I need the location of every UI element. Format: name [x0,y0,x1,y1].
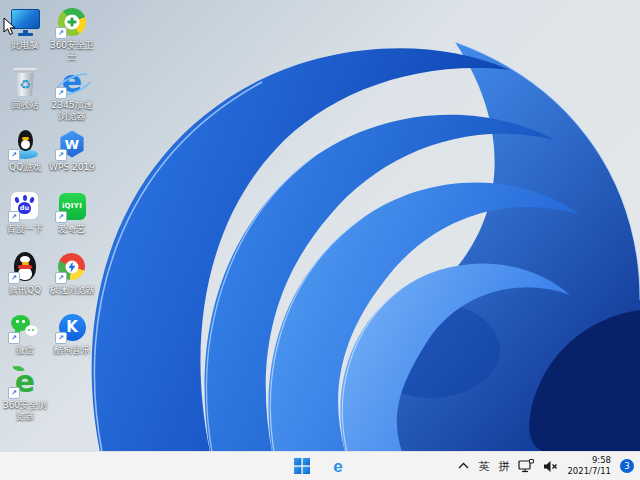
desktop-icon-label: QQ游戏 [9,162,41,173]
desktop-icon-kugou-music[interactable]: K↗ 酷狗音乐 [49,311,95,356]
iqiyi-icon: iQIYI↗ [56,190,88,222]
shortcut-arrow-icon: ↗ [8,149,20,161]
shortcut-arrow-icon: ↗ [8,211,20,223]
desktop-icon-label: 2345加速浏览器 [49,100,95,122]
windows-logo-icon [294,458,310,474]
volume-muted-icon[interactable] [543,460,558,473]
kugou-music-icon: K↗ [56,311,88,343]
recycle-icon: ♻ [19,78,31,91]
desktop-icon-label: WPS 2019 [49,162,95,173]
ime-pinyin-indicator[interactable]: 拼 [498,459,509,474]
desktop-icon-speed-browser[interactable]: ↗ 极速浏览器 [49,251,95,296]
360-safety-guard-icon: ↗ [56,6,88,38]
wps-icon: W↗ [56,128,88,160]
360-safe-browser-icon: e↗ [9,366,41,398]
shortcut-arrow-icon: ↗ [55,272,67,284]
tencent-qq-icon: ↗ [9,251,41,283]
clock-date: 2021/7/11 [567,466,611,477]
wechat-icon: ↗ [9,311,41,343]
shortcut-arrow-icon: ↗ [55,332,67,344]
shortcut-arrow-icon: ↗ [55,87,67,99]
desktop-icon-label: 微信 [16,345,34,356]
taskbar: e 英 拼 9:58 2021/7/11 3 [0,451,640,480]
start-button[interactable] [289,454,315,478]
desktop-icon-tencent-qq[interactable]: ↗ 腾讯QQ [2,251,48,296]
desktop-icon-label: 腾讯QQ [9,285,41,296]
desktop-icon-label: 百度一下 [7,224,43,235]
desktop-icon-iqiyi[interactable]: iQIYI↗ 爱奇艺 [49,190,95,235]
desktop-icon-label: 酷狗音乐 [54,345,90,356]
desktop-icon-360-safety-guard[interactable]: ↗ 360安全卫士 [49,6,95,62]
baidu-icon: du↗ [9,190,41,222]
desktop-icon-baidu[interactable]: du↗ 百度一下 [2,190,48,235]
desktop-icon-label: 360安全浏览器 [2,400,48,422]
desktop-icon-360-safe-browser[interactable]: e↗ 360安全浏览器 [2,366,48,422]
desktop: 此电脑 ♻ 回收站 ↗ QQ游戏 du↗ 百度一下 ↗ 腾讯QQ ↗ 微信 e↗… [0,0,640,452]
ime-english-indicator[interactable]: 英 [478,459,489,474]
taskbar-clock[interactable]: 9:58 2021/7/11 [567,455,611,477]
qq-games-icon: ↗ [9,128,41,160]
wallpaper-bloom [0,0,640,452]
shortcut-arrow-icon: ↗ [55,211,67,223]
clock-time: 9:58 [592,455,611,466]
desktop-icon-label: 回收站 [12,100,39,111]
desktop-icon-recycle-bin[interactable]: ♻ 回收站 [2,66,48,111]
desktop-icon-label: 爱奇艺 [59,224,86,235]
mouse-cursor [3,17,17,37]
taskbar-center-icons: e [289,454,351,478]
desktop-icon-label: 此电脑 [12,40,39,51]
shortcut-arrow-icon: ↗ [55,149,67,161]
speed-browser-icon: ↗ [56,251,88,283]
notification-count-badge[interactable]: 3 [620,459,634,473]
taskbar-browser-button[interactable]: e [325,454,351,478]
shortcut-arrow-icon: ↗ [8,387,20,399]
recycle-bin-icon: ♻ [9,66,41,98]
desktop-icon-2345-browser[interactable]: e↗ 2345加速浏览器 [49,66,95,122]
2345-browser-icon: e↗ [56,66,88,98]
desktop-icon-label: 极速浏览器 [50,285,95,296]
network-icon[interactable] [518,459,534,473]
desktop-icon-label: 360安全卫士 [49,40,95,62]
desktop-icon-wechat[interactable]: ↗ 微信 [2,311,48,356]
shortcut-arrow-icon: ↗ [55,27,67,39]
system-tray: 英 拼 9:58 2021/7/11 3 [458,452,634,480]
shortcut-arrow-icon: ↗ [8,272,20,284]
desktop-icon-qq-games[interactable]: ↗ QQ游戏 [2,128,48,173]
tray-expand-chevron-icon[interactable] [458,462,469,470]
browser-e-icon: e [333,458,342,475]
shortcut-arrow-icon: ↗ [8,332,20,344]
desktop-icon-wps-2019[interactable]: W↗ WPS 2019 [49,128,95,173]
